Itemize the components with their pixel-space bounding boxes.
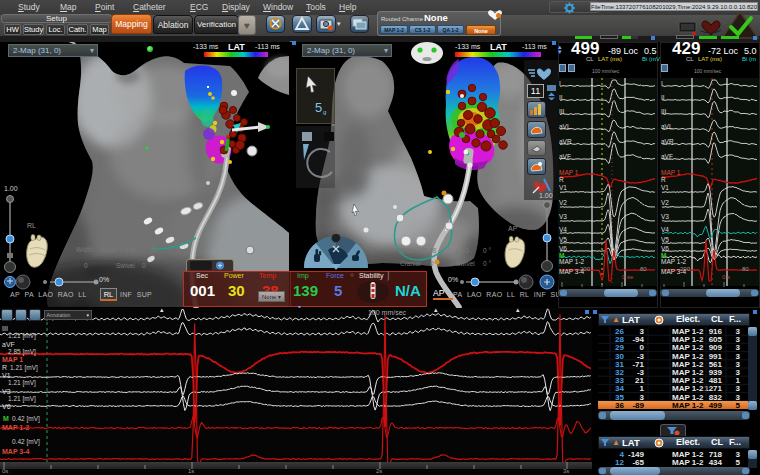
svg-text:LAO: LAO [126, 246, 139, 253]
svg-text:20.48: 20.48 [99, 246, 116, 253]
svg-text:Swivel: Swivel [116, 262, 135, 269]
svg-text:Cranial: Cranial [400, 260, 421, 267]
svg-text:0 °: 0 ° [483, 260, 491, 267]
svg-text:0: 0 [142, 262, 146, 269]
svg-text:Swivel: Swivel [456, 260, 475, 267]
svg-text:50: 50 [150, 246, 158, 253]
svg-text:0: 0 [430, 260, 434, 267]
svg-text:g: g [323, 109, 326, 115]
svg-text:0: 0 [84, 262, 88, 269]
svg-text:Width: Width [76, 246, 93, 253]
svg-text:0 °: 0 ° [483, 247, 491, 254]
svg-text:20.48: 20.48 [420, 247, 437, 254]
svg-text:Width: Width [398, 247, 415, 254]
svg-text:LAO: LAO [456, 247, 469, 254]
svg-text:5: 5 [315, 100, 322, 115]
